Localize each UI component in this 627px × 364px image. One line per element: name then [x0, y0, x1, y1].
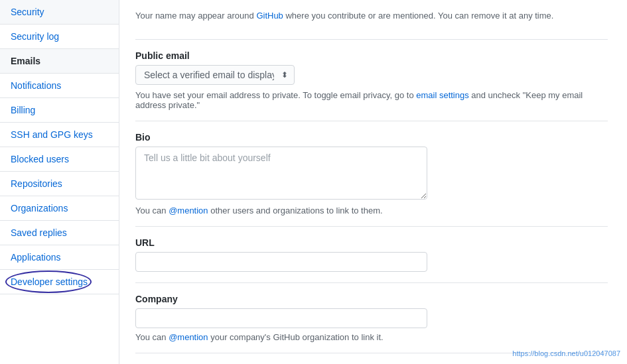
sidebar-item-repositories[interactable]: Repositories: [0, 172, 119, 196]
company-label: Company: [135, 294, 608, 304]
email-select-wrapper: Select a verified email to display ⬍: [135, 65, 295, 85]
github-link[interactable]: GitHub: [256, 11, 283, 21]
bio-textarea[interactable]: [135, 147, 427, 200]
company-note: You can @mention your company's GitHub o…: [135, 332, 608, 342]
sidebar-item-applications[interactable]: Applications: [0, 245, 119, 270]
email-settings-link[interactable]: email settings: [416, 90, 468, 100]
main-content: Your name may appear around GitHub where…: [119, 0, 624, 364]
sidebar-item-developer-settings[interactable]: Developer settings: [0, 270, 119, 294]
sidebar-item-notifications[interactable]: Notifications: [0, 74, 119, 98]
url-input[interactable]: [135, 252, 427, 272]
company-section: Company You can @mention your company's …: [135, 283, 608, 353]
sidebar-item-organizations[interactable]: Organizations: [0, 196, 119, 221]
company-input[interactable]: [135, 308, 427, 328]
email-select[interactable]: Select a verified email to display: [135, 65, 295, 85]
sidebar-item-blocked-users[interactable]: Blocked users: [0, 147, 119, 172]
sidebar-item-security-log[interactable]: Security log: [0, 25, 119, 49]
sidebar-item-emails[interactable]: Emails: [0, 49, 119, 74]
name-note: Your name may appear around GitHub where…: [135, 11, 608, 21]
bio-section: Bio You can @mention other users and org…: [135, 121, 608, 227]
mention-link[interactable]: @mention: [169, 206, 208, 215]
bio-note: You can @mention other users and organiz…: [135, 206, 608, 215]
sidebar-item-ssh-gpg-keys[interactable]: SSH and GPG keys: [0, 123, 119, 147]
email-privacy-note: You have set your email address to priva…: [135, 90, 608, 110]
name-note-section: Your name may appear around GitHub where…: [135, 0, 608, 40]
watermark: https://blog.csdn.net/u012047087: [512, 349, 620, 357]
url-section: URL: [135, 227, 608, 283]
sidebar: SecuritySecurity logEmailsNotificationsB…: [0, 0, 119, 364]
sidebar-item-saved-replies[interactable]: Saved replies: [0, 221, 119, 245]
company-mention-link[interactable]: @mention: [169, 332, 208, 342]
public-email-section: Public email Select a verified email to …: [135, 40, 608, 121]
sidebar-item-security[interactable]: Security: [0, 0, 119, 25]
bio-label: Bio: [135, 132, 608, 143]
developer-circle-decoration: [5, 271, 92, 293]
sidebar-item-billing[interactable]: Billing: [0, 98, 119, 123]
url-label: URL: [135, 237, 608, 248]
public-email-label: Public email: [135, 50, 608, 61]
